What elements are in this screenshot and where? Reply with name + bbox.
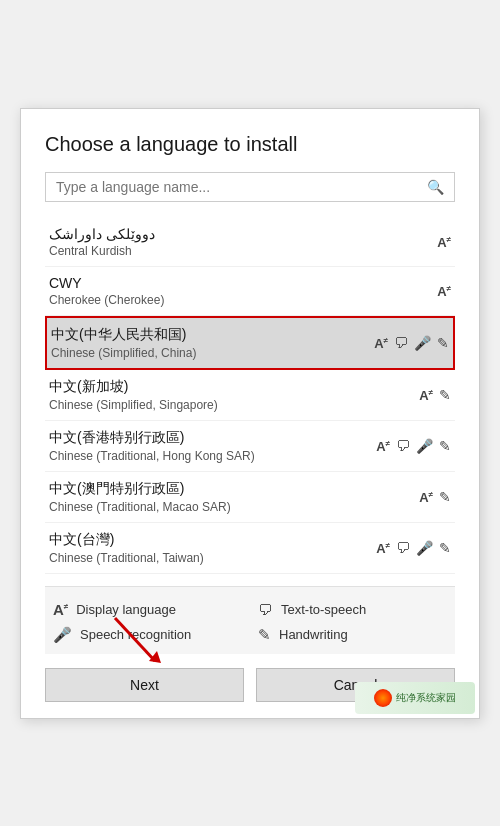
font-icon: A≠	[376, 540, 390, 556]
font-icon: A≠	[374, 335, 388, 351]
speech-legend-icon: 🗩	[258, 601, 273, 618]
font-icon: A≠	[437, 234, 451, 250]
language-item[interactable]: 中文(台灣)Chinese (Traditional, Taiwan)A≠🗩🎤✎	[45, 523, 455, 574]
speech-icon: 🗩	[396, 438, 410, 454]
lang-native-name: 中文(新加坡)	[49, 378, 218, 396]
font-icon: A≠	[376, 438, 390, 454]
handwriting-icon: ✎	[439, 387, 451, 403]
legend-label: Handwriting	[279, 627, 348, 642]
dialog-title: Choose a language to install	[45, 133, 455, 156]
watermark-icon	[374, 689, 392, 707]
handwriting-icon: ✎	[439, 540, 451, 556]
lang-english-name: Cherokee (Cherokee)	[49, 293, 164, 307]
font-icon: A≠	[419, 387, 433, 403]
lang-native-name: دووێلکی داوراشک	[49, 226, 155, 242]
language-item[interactable]: CWYCherokee (Cherokee)A≠	[45, 267, 455, 316]
font-icon: A≠	[419, 489, 433, 505]
search-input[interactable]	[56, 179, 427, 195]
lang-english-name: Chinese (Simplified, China)	[51, 346, 196, 360]
lang-english-name: Chinese (Traditional, Taiwan)	[49, 551, 204, 565]
search-icon: 🔍	[427, 179, 444, 195]
lang-english-name: Chinese (Traditional, Macao SAR)	[49, 500, 231, 514]
language-list: دووێلکی داوراشکCentral KurdishA≠CWYChero…	[45, 218, 455, 574]
language-item[interactable]: 中文(澳門特别行政區)Chinese (Traditional, Macao S…	[45, 472, 455, 523]
lang-english-name: Chinese (Simplified, Singapore)	[49, 398, 218, 412]
legend-item: ✎Handwriting	[258, 626, 447, 644]
language-item[interactable]: 中文(新加坡)Chinese (Simplified, Singapore)A≠…	[45, 370, 455, 421]
mic-icon: 🎤	[416, 438, 433, 454]
lang-native-name: 中文(香港特别行政區)	[49, 429, 255, 447]
handwriting-icon: ✎	[439, 489, 451, 505]
language-item[interactable]: دووێلکی داوراشکCentral KurdishA≠	[45, 218, 455, 267]
lang-native-name: CWY	[49, 275, 164, 291]
handwriting-icon: ✎	[439, 438, 451, 454]
arrow-indicator	[105, 613, 175, 668]
speech-icon: 🗩	[394, 335, 408, 351]
lang-native-name: 中文(中华人民共和国)	[51, 326, 196, 344]
lang-native-name: 中文(台灣)	[49, 531, 204, 549]
lang-native-name: 中文(澳門特别行政區)	[49, 480, 231, 498]
language-item[interactable]: 中文(中华人民共和国)Chinese (Simplified, China)A≠…	[45, 316, 455, 370]
legend-item: 🗩Text-to-speech	[258, 601, 447, 618]
font-legend-icon: A≠	[53, 601, 68, 618]
language-item[interactable]: 中文(香港特别行政區)Chinese (Traditional, Hong Ko…	[45, 421, 455, 472]
watermark: 纯净系统家园	[355, 682, 475, 714]
handwriting-legend-icon: ✎	[258, 626, 271, 644]
mic-icon: 🎤	[414, 335, 431, 351]
search-box[interactable]: 🔍	[45, 172, 455, 202]
speech-icon: 🗩	[396, 540, 410, 556]
font-icon: A≠	[437, 283, 451, 299]
mic-legend-icon: 🎤	[53, 626, 72, 644]
mic-icon: 🎤	[416, 540, 433, 556]
next-button[interactable]: Next	[45, 668, 244, 702]
language-dialog: Choose a language to install 🔍 دووێلکی د…	[20, 108, 480, 719]
lang-english-name: Central Kurdish	[49, 244, 155, 258]
legend-label: Text-to-speech	[281, 602, 366, 617]
svg-line-0	[115, 618, 155, 661]
handwriting-icon: ✎	[437, 335, 449, 351]
lang-english-name: Chinese (Traditional, Hong Kong SAR)	[49, 449, 255, 463]
